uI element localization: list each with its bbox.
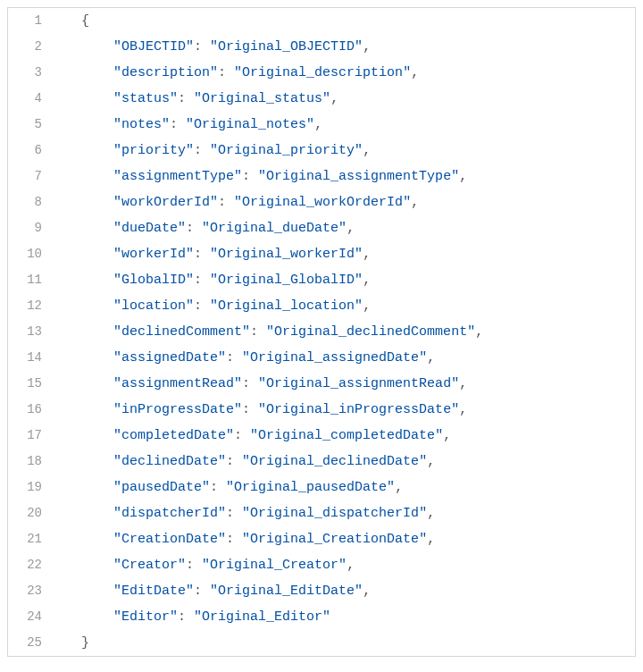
code-line: 10"workerId": "Original_workerId", bbox=[8, 241, 635, 267]
code-content: "OBJECTID": "Original_OBJECTID", bbox=[54, 34, 635, 60]
json-key: declinedDate bbox=[121, 454, 218, 469]
code-line: 3"description": "Original_description", bbox=[8, 60, 635, 86]
json-value: Original_workerId bbox=[218, 247, 355, 262]
json-key: OBJECTID bbox=[121, 39, 186, 55]
code-line: 21"CreationDate": "Original_CreationDate… bbox=[8, 526, 635, 552]
code-line: 14"assignedDate": "Original_assignedDate… bbox=[8, 345, 635, 371]
code-line: 19"pausedDate": "Original_pausedDate", bbox=[8, 475, 635, 500]
code-line: 18"declinedDate": "Original_declinedDate… bbox=[8, 449, 635, 475]
code-line: 7"assignmentType": "Original_assignmentT… bbox=[8, 164, 635, 189]
line-number: 13 bbox=[8, 319, 54, 345]
code-line: 1{ bbox=[8, 8, 635, 34]
code-content: "completedDate": "Original_completedDate… bbox=[54, 423, 635, 449]
json-value: Original_Creator bbox=[210, 558, 338, 573]
json-key: priority bbox=[121, 143, 186, 158]
line-number: 1 bbox=[8, 8, 54, 34]
json-value: Original_OBJECTID bbox=[218, 39, 355, 55]
line-number: 21 bbox=[8, 526, 54, 552]
json-value: Original_dueDate bbox=[210, 221, 338, 236]
line-number: 9 bbox=[8, 215, 54, 241]
json-value: Original_EditDate bbox=[218, 584, 355, 599]
line-number: 16 bbox=[8, 397, 54, 423]
json-key: assignedDate bbox=[121, 350, 218, 365]
json-value: Original_assignedDate bbox=[250, 350, 419, 365]
json-value: Original_assignmentType bbox=[266, 169, 451, 184]
line-number: 4 bbox=[8, 86, 54, 112]
json-key: EditDate bbox=[121, 584, 186, 599]
line-number: 25 bbox=[8, 630, 54, 656]
line-number: 23 bbox=[8, 578, 54, 604]
json-value: Original_inProgressDate bbox=[266, 402, 451, 417]
json-key: declinedComment bbox=[121, 324, 242, 340]
json-key: Creator bbox=[121, 558, 178, 573]
code-line: 16"inProgressDate": "Original_inProgress… bbox=[8, 397, 635, 423]
code-line: 17"completedDate": "Original_completedDa… bbox=[8, 423, 635, 449]
code-line: 6"priority": "Original_priority", bbox=[8, 138, 635, 164]
json-value: Original_Editor bbox=[202, 609, 322, 625]
json-key: GlobalID bbox=[121, 273, 186, 288]
json-value: Original_priority bbox=[218, 143, 355, 158]
json-value: Original_declinedComment bbox=[274, 324, 467, 340]
json-brace: { bbox=[81, 13, 89, 29]
json-value: Original_GlobalID bbox=[218, 273, 355, 288]
line-number: 14 bbox=[8, 345, 54, 371]
code-line: 23"EditDate": "Original_EditDate", bbox=[8, 578, 635, 604]
line-number: 19 bbox=[8, 475, 54, 500]
json-key: completedDate bbox=[121, 428, 226, 443]
code-content: "pausedDate": "Original_pausedDate", bbox=[54, 475, 635, 500]
line-number: 8 bbox=[8, 189, 54, 215]
json-key: pausedDate bbox=[121, 480, 202, 495]
json-key: location bbox=[121, 298, 186, 314]
line-number: 22 bbox=[8, 552, 54, 578]
code-line: 25} bbox=[8, 630, 635, 656]
json-value: Original_completedDate bbox=[258, 428, 435, 443]
code-content: "assignedDate": "Original_assignedDate", bbox=[54, 345, 635, 371]
json-key: notes bbox=[121, 117, 162, 132]
json-value: Original_description bbox=[242, 65, 403, 80]
line-number: 24 bbox=[8, 604, 54, 630]
json-key: assignmentType bbox=[121, 169, 234, 184]
code-content: "status": "Original_status", bbox=[54, 86, 635, 112]
json-value: Original_declinedDate bbox=[250, 454, 419, 469]
code-content: "assignmentType": "Original_assignmentTy… bbox=[54, 164, 635, 189]
code-content: "description": "Original_description", bbox=[54, 60, 635, 86]
json-key: description bbox=[121, 65, 210, 80]
json-value: Original_notes bbox=[194, 117, 306, 132]
code-line: 4"status": "Original_status", bbox=[8, 86, 635, 112]
json-brace: } bbox=[81, 635, 89, 651]
line-number: 3 bbox=[8, 60, 54, 86]
line-number: 17 bbox=[8, 423, 54, 449]
json-key: dueDate bbox=[121, 221, 178, 236]
json-value: Original_workOrderId bbox=[242, 195, 403, 210]
code-content: } bbox=[54, 630, 635, 656]
line-number: 5 bbox=[8, 112, 54, 138]
code-line: 12"location": "Original_location", bbox=[8, 293, 635, 319]
code-line: 22"Creator": "Original_Creator", bbox=[8, 552, 635, 578]
json-value: Original_pausedDate bbox=[234, 480, 387, 495]
line-number: 2 bbox=[8, 34, 54, 60]
json-value: Original_location bbox=[218, 298, 355, 314]
code-content: "location": "Original_location", bbox=[54, 293, 635, 319]
line-number: 6 bbox=[8, 138, 54, 164]
code-content: "EditDate": "Original_EditDate", bbox=[54, 578, 635, 604]
code-content: "inProgressDate": "Original_inProgressDa… bbox=[54, 397, 635, 423]
code-content: { bbox=[54, 8, 635, 34]
json-key: workerId bbox=[121, 247, 186, 262]
json-value: Original_dispatcherId bbox=[250, 506, 419, 521]
code-line: 20"dispatcherId": "Original_dispatcherId… bbox=[8, 500, 635, 526]
line-number: 7 bbox=[8, 164, 54, 189]
code-content: "workerId": "Original_workerId", bbox=[54, 241, 635, 267]
code-content: "declinedDate": "Original_declinedDate", bbox=[54, 449, 635, 475]
code-content: "Creator": "Original_Creator", bbox=[54, 552, 635, 578]
line-number: 20 bbox=[8, 500, 54, 526]
json-key: dispatcherId bbox=[121, 506, 218, 521]
code-content: "workOrderId": "Original_workOrderId", bbox=[54, 189, 635, 215]
code-content: "assignmentRead": "Original_assignmentRe… bbox=[54, 371, 635, 397]
code-line: 24"Editor": "Original_Editor" bbox=[8, 604, 635, 630]
json-key: Editor bbox=[121, 609, 170, 625]
line-number: 11 bbox=[8, 267, 54, 293]
code-line: 11"GlobalID": "Original_GlobalID", bbox=[8, 267, 635, 293]
line-number: 18 bbox=[8, 449, 54, 475]
line-number: 10 bbox=[8, 241, 54, 267]
json-key: assignmentRead bbox=[121, 376, 234, 391]
